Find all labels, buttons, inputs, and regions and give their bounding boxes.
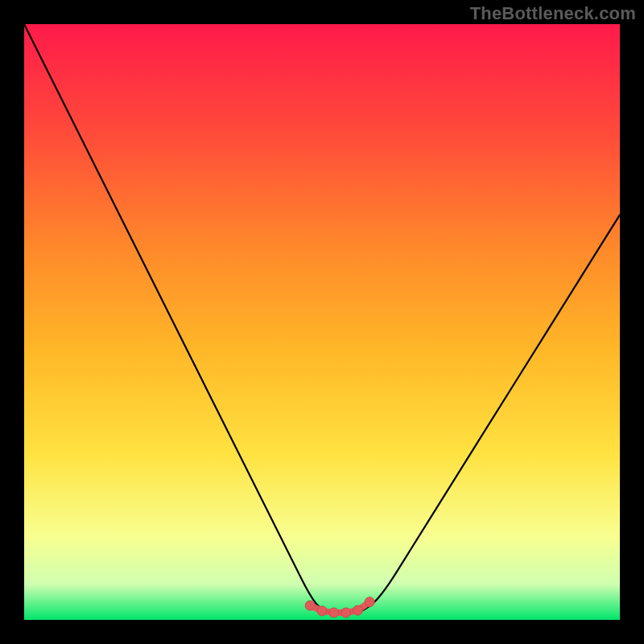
watermark-text: TheBottleneck.com [470, 3, 636, 24]
chart-plot-area [24, 24, 620, 620]
gradient-background [24, 24, 620, 620]
marker-dot [329, 608, 339, 617]
marker-dot [305, 601, 315, 610]
marker-dot [317, 606, 327, 616]
chart-frame: TheBottleneck.com [0, 0, 644, 644]
marker-dot [365, 597, 374, 607]
marker-dot [353, 605, 362, 615]
chart-svg [24, 24, 620, 620]
marker-dot [341, 608, 351, 617]
